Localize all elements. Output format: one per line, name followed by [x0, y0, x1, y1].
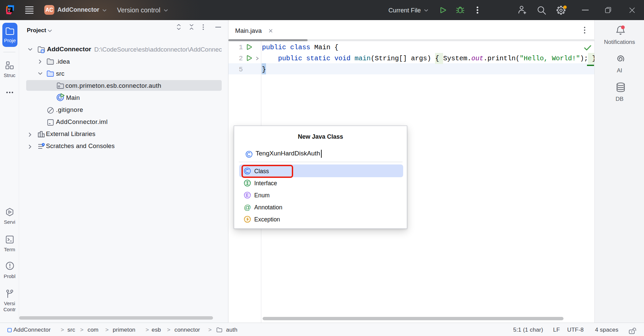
svg-text:IJ: IJ — [8, 7, 10, 11]
svg-text:@: @ — [244, 204, 251, 211]
